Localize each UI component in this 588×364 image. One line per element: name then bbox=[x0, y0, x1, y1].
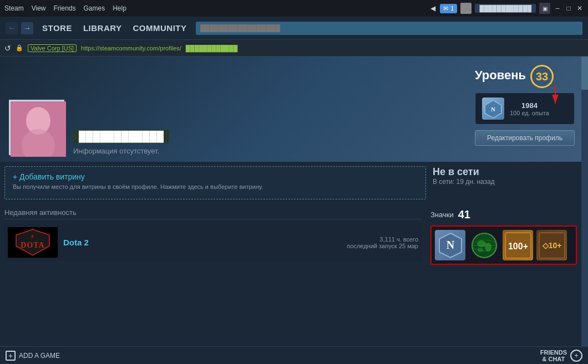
mail-icon: ✉ bbox=[443, 5, 448, 12]
game-stats: 3,111 ч. всего последний запуск 25 мар bbox=[347, 236, 418, 249]
svg-text:100+: 100+ bbox=[508, 242, 528, 251]
close-btn[interactable]: ✕ bbox=[576, 4, 584, 12]
restore-btn[interactable]: □ bbox=[565, 4, 572, 12]
svg-text:◇10+: ◇10+ bbox=[541, 241, 561, 250]
titlebar-menu: Steam View Friends Games Help bbox=[4, 4, 126, 12]
activity-title: Недавняя активность bbox=[4, 208, 422, 219]
navbar: ← → STORE LIBRARY COMMUNITY bbox=[0, 17, 588, 40]
titlebar: Steam View Friends Games Help ◀ ✉ 1 ████… bbox=[0, 0, 588, 17]
showcase-title[interactable]: + Добавить витрину bbox=[13, 172, 418, 181]
notification-count: 1 bbox=[450, 5, 454, 12]
back-arrow[interactable]: ← bbox=[6, 22, 18, 34]
game-row[interactable]: DOTA 2 Dota 2 3,111 ч. всего последний з… bbox=[4, 224, 422, 261]
profile-name: ████████████ bbox=[73, 130, 169, 143]
user-avatar[interactable] bbox=[460, 3, 472, 14]
menu-games[interactable]: Games bbox=[84, 4, 105, 12]
xp-badge-icon: N bbox=[482, 98, 504, 120]
tab-store[interactable]: STORE bbox=[42, 23, 72, 33]
svg-rect-3 bbox=[11, 101, 66, 157]
site-badge: Valve Corp [US] bbox=[28, 44, 77, 52]
lock-icon: 🔒 bbox=[16, 44, 23, 52]
badges-header: Значки 41 bbox=[430, 208, 577, 221]
middle-section: + Добавить витрину Вы получили место для… bbox=[0, 162, 581, 204]
menu-friends[interactable]: Friends bbox=[53, 4, 75, 12]
url-suffix: ████████████ bbox=[186, 45, 238, 52]
profile-no-info: Информация отсутствует. bbox=[73, 147, 169, 155]
menu-steam[interactable]: Steam bbox=[4, 4, 24, 12]
dota-logo: DOTA 2 bbox=[8, 227, 58, 258]
badge-item-globe[interactable] bbox=[469, 230, 499, 260]
arrow-annotation bbox=[522, 81, 566, 109]
xp-amount: 100 ед. опыта bbox=[510, 110, 549, 116]
tab-library[interactable]: LIBRARY bbox=[83, 23, 122, 33]
titlebar-right: ◀ ✉ 1 ████████████ ▣ – □ ✕ bbox=[429, 3, 584, 14]
last-seen: В сети: 19 дн. назад bbox=[433, 178, 575, 186]
svg-text:DOTA: DOTA bbox=[21, 241, 44, 249]
badges-label: Значки bbox=[430, 211, 454, 219]
friends-chat-area: FRIENDS& CHAT + bbox=[540, 349, 582, 362]
profile-header: ████████████ Информация отсутствует. Уро… bbox=[0, 57, 581, 162]
online-status: Не в сети bbox=[433, 166, 575, 178]
nav-tabs: STORE LIBRARY COMMUNITY bbox=[42, 23, 187, 33]
screenshot-icon[interactable]: ▣ bbox=[539, 3, 550, 14]
addressbar: ↺ 🔒 Valve Corp [US] https://steamcommuni… bbox=[0, 40, 588, 57]
minimize-btn[interactable]: – bbox=[554, 4, 561, 12]
add-game-icon: + bbox=[6, 351, 16, 361]
showcase-description: Вы получили место для витрины в своём пр… bbox=[13, 183, 418, 190]
showcase-box[interactable]: + Добавить витрину Вы получили место для… bbox=[4, 166, 426, 199]
badge-item-n[interactable]: N bbox=[435, 230, 465, 260]
scrollbar-thumb[interactable] bbox=[581, 57, 588, 90]
friends-chat-icon[interactable]: + bbox=[570, 350, 582, 362]
url-text: https://steamcommunity.com/profiles/ bbox=[81, 45, 181, 52]
badge-item-100[interactable]: 100+ bbox=[503, 230, 533, 260]
game-name[interactable]: Dota 2 bbox=[63, 238, 89, 247]
profile-avatar bbox=[9, 100, 64, 155]
badges-section: Значки 41 N bbox=[426, 204, 581, 269]
nav-search-input[interactable] bbox=[196, 22, 582, 35]
notification-btn[interactable]: ✉ 1 bbox=[440, 4, 457, 13]
profile-info: ████████████ Информация отсутствует. bbox=[64, 130, 178, 155]
svg-point-16 bbox=[477, 240, 486, 247]
menu-view[interactable]: View bbox=[32, 4, 46, 12]
friends-chat-label[interactable]: FRIENDS& CHAT bbox=[540, 349, 567, 362]
tab-community[interactable]: COMMUNITY bbox=[133, 23, 187, 33]
level-label: Уровень bbox=[475, 68, 526, 83]
profile-right-panel: Уровень 33 N bbox=[475, 65, 575, 146]
back-btn[interactable]: ◀ bbox=[429, 4, 437, 12]
username-label[interactable]: ████████████ bbox=[475, 4, 536, 13]
game-hours: 3,111 ч. всего bbox=[347, 236, 418, 243]
dota-logo-text: DOTA 2 bbox=[8, 227, 58, 258]
add-game-button[interactable]: + ADD A GAME bbox=[6, 351, 60, 361]
activity-section: Недавняя активность DOTA 2 bbox=[0, 204, 426, 269]
svg-point-18 bbox=[478, 248, 483, 252]
refresh-button[interactable]: ↺ bbox=[4, 44, 11, 53]
add-game-label[interactable]: ADD A GAME bbox=[19, 352, 60, 360]
game-last-played: последний запуск 25 мар bbox=[347, 243, 418, 249]
svg-text:N: N bbox=[491, 106, 495, 112]
main-content: ████████████ Информация отсутствует. Уро… bbox=[0, 57, 588, 346]
badges-count: 41 bbox=[458, 208, 470, 221]
svg-text:N: N bbox=[446, 239, 454, 251]
menu-help[interactable]: Help bbox=[113, 4, 126, 12]
svg-text:2: 2 bbox=[31, 234, 34, 239]
forward-arrow[interactable]: → bbox=[21, 22, 33, 34]
badges-grid: N bbox=[430, 225, 577, 265]
badge-item-10[interactable]: ◇10+ bbox=[536, 230, 567, 260]
bottom-section: Недавняя активность DOTA 2 bbox=[0, 204, 581, 269]
scrollbar[interactable] bbox=[581, 57, 588, 346]
bottombar: + ADD A GAME FRIENDS& CHAT + bbox=[0, 346, 588, 364]
content-area: ████████████ Информация отсутствует. Уро… bbox=[0, 57, 581, 346]
edit-profile-button[interactable]: Редактировать профиль bbox=[475, 130, 575, 146]
online-status-box: Не в сети В сети: 19 дн. назад bbox=[426, 162, 581, 204]
